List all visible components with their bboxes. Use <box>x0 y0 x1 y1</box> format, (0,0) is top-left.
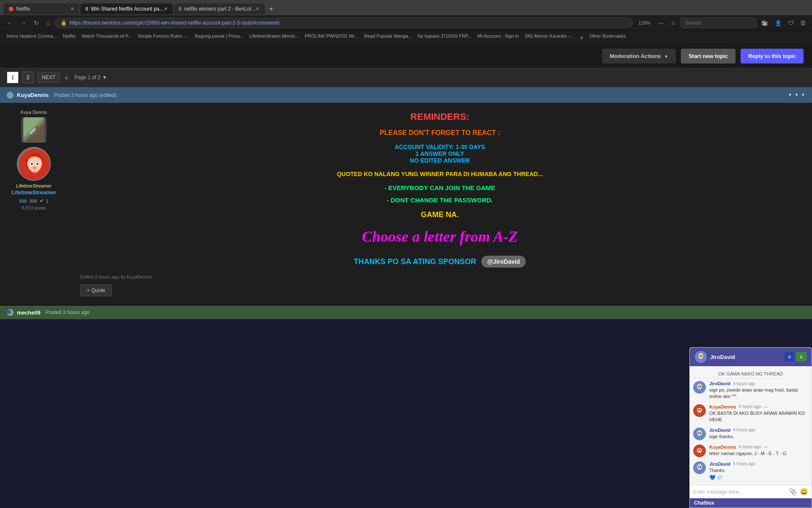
new-tab-button[interactable]: + <box>266 5 276 13</box>
reputation-value: 998 <box>19 199 27 204</box>
home-button[interactable]: ⌂ <box>44 18 52 28</box>
second-post-header: mechell9 Posted 3 hours ago <box>0 306 812 319</box>
page-2-button[interactable]: 2 <box>22 72 34 83</box>
thanks-text: THANKS PO SA ATING SPONSOR <box>354 257 476 266</box>
sidebar-handle: LifetimeStreamer <box>11 189 56 196</box>
post-sidebar: Kuya Dennis 🗡️ <box>0 103 68 305</box>
new-topic-label: Start new topic <box>689 53 728 59</box>
check-icon: ✔ <box>40 198 44 204</box>
sidebar-badge: LifetimeStreamer <box>16 183 52 188</box>
svg-point-5 <box>36 163 38 165</box>
bookmark-bagong-pasok[interactable]: Bagong pasok | Pinoy... <box>193 33 245 42</box>
choose-letter: Choose a letter from A-Z <box>80 228 799 246</box>
bookmark-prolink[interactable]: PROLINK PWN3701 Wi... <box>303 33 360 42</box>
thanks-sponsor: THANKS PO SA ATING SPONSOR @JiroDavid <box>80 256 799 268</box>
other-bookmarks-icon[interactable]: » <box>578 33 585 42</box>
nav-bar: ← → ↻ ⌂ 🔒 https://forums.benlotus.com/to… <box>0 15 812 31</box>
more-icon[interactable]: ☰ <box>798 18 808 28</box>
quoted-block: QUOTED KO NALANG YUNG WINNER PARA DI HUM… <box>80 171 799 177</box>
sidebar-stats: 998 998 ✔ 1 <box>19 198 49 204</box>
tab-bar: 🔴 Netflix ✕ B Win Shared Netflix Account… <box>0 0 812 15</box>
menu-icon[interactable]: ⋯ <box>656 18 666 28</box>
rules-block: ACCOUNT VALIDITY: 1-30 DAYS 1 ANSWER ONL… <box>80 144 799 164</box>
sidebar-avatar-small: 🗡️ <box>21 117 47 143</box>
search-input[interactable] <box>680 18 757 28</box>
quote-plus-icon: + <box>87 287 90 293</box>
address-bar[interactable]: 🔒 https://forums.benlotus.com/topic/1595… <box>55 18 632 28</box>
tab-label-win: Win Shared Netflix Account pa... <box>91 6 164 12</box>
extensions-icon[interactable]: 📚 <box>759 18 770 28</box>
sponsor-badge: @JiroDavid <box>481 256 526 268</box>
browser-chrome: 🔴 Netflix ✕ B Win Shared Netflix Account… <box>0 0 812 44</box>
bookmark-mi-account[interactable]: MI Account - Sign in <box>476 33 521 42</box>
profile-icon[interactable]: 👤 <box>773 18 784 28</box>
post-options-button[interactable]: • • • <box>789 91 805 99</box>
rule-3: NO EDITED ANSWER <box>80 157 799 164</box>
next-label: NEXT <box>42 75 55 80</box>
refresh-button[interactable]: ↻ <box>31 18 41 28</box>
bookmark-frp-bypass[interactable]: frp bypass J710GN FRP... <box>416 33 473 42</box>
bookmark-johns-hopkins[interactable]: Johns Hopkins Corona... <box>4 33 58 42</box>
bookmark-watch-thousands[interactable]: Watch Thousands of P... <box>80 33 133 42</box>
quote-button[interactable]: + Quote <box>80 284 112 296</box>
page-dropdown-icon: ▼ <box>102 75 107 80</box>
bookmark-lifetimestream[interactable]: LifetimeStream Memb... <box>248 33 301 42</box>
tab-favicon-winners: B <box>179 7 182 11</box>
tab-label-netflix: Netflix <box>16 6 30 12</box>
second-post-author: mechell9 <box>17 309 41 316</box>
rule-2: 1 ANSWER ONLY <box>80 150 799 157</box>
shield-icon[interactable]: 🛡 <box>786 18 796 28</box>
tab-favicon-win: B <box>85 7 88 11</box>
bookmark-star-icon[interactable]: ☆ <box>669 18 678 28</box>
bookmark-simple-forums[interactable]: Simple Forums Rules -... <box>136 33 190 42</box>
reply-label: Reply to this topic <box>748 53 796 59</box>
tab-netflix-winners[interactable]: B netflix winners part 2 - BenLot... ✕ <box>174 3 265 14</box>
back-button[interactable]: ← <box>4 18 15 28</box>
sidebar-avatar-main <box>17 147 51 181</box>
moderation-arrow-icon: ▼ <box>664 54 668 59</box>
online-indicator <box>7 310 11 314</box>
reply-button[interactable]: Reply to this topic <box>741 49 804 64</box>
quoted-text: QUOTED KO NALANG YUNG WINNER PARA DI HUM… <box>80 171 799 177</box>
tab-favicon-netflix: 🔴 <box>8 7 14 11</box>
pagination-bar: 1 2 NEXT ▶ Page 1 of 2 ▼ <box>0 68 812 87</box>
reminder-heading: REMINDERS: <box>80 111 799 122</box>
tab-win-shared[interactable]: B Win Shared Netflix Account pa... ✕ <box>80 3 173 14</box>
reputation-number: 998 <box>29 199 37 204</box>
second-post-time: Posted 3 hours ago <box>46 309 90 315</box>
no-change-line: - DONT CHANGE THE PASSWORD. <box>80 196 799 204</box>
tab-close-netflix[interactable]: ✕ <box>70 6 74 12</box>
page-label-text: Page 1 of 2 <box>74 75 100 80</box>
post-header: KuyaDennis Posted 3 hours ago (edited) •… <box>0 87 812 103</box>
post-header-avatar <box>7 92 14 99</box>
post-body: Kuya Dennis 🗡️ <box>0 103 812 306</box>
quote-label: Quote <box>91 287 105 293</box>
rule-1: ACCOUNT VALIDITY: 1-30 DAYS <box>80 144 799 150</box>
tab-close-winners[interactable]: ✕ <box>255 6 260 12</box>
game-na: GAME NA. <box>80 210 799 219</box>
bookmark-atomic-karaoke[interactable]: (95) Atomic Karaoke -... <box>523 33 576 42</box>
post-time: Posted 3 hours ago (edited) <box>54 92 116 98</box>
post-content: REMINDERS: PLEASE DON'T FORGET TO REACT … <box>68 103 812 305</box>
bookmark-read-manga[interactable]: Read Popular Manga... <box>362 33 414 42</box>
edit-note: Edited 2 hours ago by KuyaDennis <box>80 274 799 279</box>
page-label[interactable]: Page 1 of 2 ▼ <box>74 75 107 80</box>
forward-button[interactable]: → <box>18 18 29 28</box>
main-content: KuyaDennis Posted 3 hours ago (edited) •… <box>0 87 812 319</box>
warrior-sprite-icon: 🗡️ <box>23 117 44 143</box>
sidebar-username-small: Kuya Dennis <box>21 110 47 115</box>
check-value: 1 <box>46 199 49 204</box>
svg-point-6 <box>33 167 37 169</box>
other-bookmarks[interactable]: Other Bookmarks <box>588 33 628 42</box>
action-bar: Moderation Actions ▼ Start new topic Rep… <box>0 44 812 68</box>
moderation-actions-button[interactable]: Moderation Actions ▼ <box>602 49 676 64</box>
tab-label-winners: netflix winners part 2 - BenLot... <box>184 6 255 12</box>
bookmark-netflix[interactable]: Netflix <box>61 33 77 42</box>
new-topic-button[interactable]: Start new topic <box>681 49 735 64</box>
next-page-button[interactable]: NEXT <box>37 72 60 83</box>
tab-close-win[interactable]: ✕ <box>164 6 168 12</box>
address-text: https://forums.benlotus.com/topic/15950-… <box>69 20 280 26</box>
no-change-block: - DONT CHANGE THE PASSWORD. <box>80 196 799 204</box>
tab-netflix[interactable]: 🔴 Netflix ✕ <box>3 3 80 14</box>
page-1-button[interactable]: 1 <box>7 72 19 83</box>
